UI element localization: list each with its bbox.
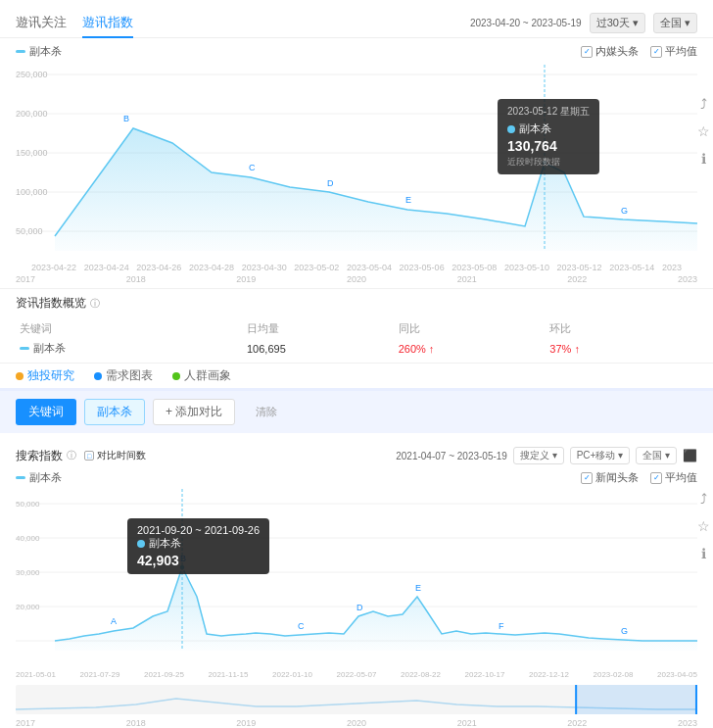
nav-tab-demand[interactable]: 需求图表	[94, 367, 153, 384]
svg-text:50,000: 50,000	[16, 226, 43, 236]
svg-point-16	[542, 160, 547, 166]
checkbox-avg2-label: 平均值	[665, 470, 697, 485]
svg-text:F: F	[499, 621, 504, 631]
col-header-keyword: 关键词	[16, 319, 243, 338]
checkbox-media2-box[interactable]: ✓	[581, 472, 593, 484]
svg-text:E: E	[405, 195, 411, 205]
svg-text:D: D	[327, 178, 334, 188]
checkbox-media2[interactable]: ✓ 新闻头条	[581, 470, 639, 485]
checkbox-compare-label: 对比时间数	[97, 449, 146, 462]
svg-text:G: G	[621, 626, 628, 636]
svg-text:D: D	[356, 603, 363, 612]
top-year-labels: 2017 2018 2019 2020 2021 2022 2023	[0, 274, 713, 288]
nav-dot-demand	[94, 372, 102, 380]
nav-dot-portrait	[172, 372, 180, 380]
top-chart-options: ✓ 内媒头条 ✓ 平均值	[581, 44, 697, 59]
bottom-chart-svg: 50,000 40,000 30,000 20,000 A B C	[16, 489, 697, 665]
svg-text:B: B	[123, 114, 129, 123]
checkbox-compare[interactable]: □ 对比时间数	[84, 449, 146, 462]
bottom-star-icon[interactable]: ☆	[693, 516, 713, 536]
bottom-side-icons: ⤴ ☆ ℹ	[693, 489, 713, 563]
svg-text:250,000: 250,000	[16, 70, 48, 79]
header-right: 2023-04-20 ~ 2023-05-19 过30天 ▾ 全国 ▾	[470, 13, 697, 33]
bottom-info-icon[interactable]: ⓘ	[67, 449, 76, 462]
top-legend-label: 副本杀	[29, 44, 62, 59]
checkbox-compare-box[interactable]: □	[84, 451, 94, 461]
stat-yoy: 260% ↑	[395, 338, 547, 359]
period-button[interactable]: 过30天 ▾	[590, 13, 645, 33]
checkbox-avg[interactable]: ✓ 平均值	[650, 44, 697, 59]
bottom-legend-item: 副本杀	[16, 470, 62, 485]
main-tabs-row: 遊讯关注 遊讯指数 2023-04-20 ~ 2023-05-19 过30天 ▾…	[0, 0, 713, 38]
bottom-date-range: 2021-04-07 ~ 2023-05-19	[396, 451, 507, 461]
svg-text:200,000: 200,000	[16, 109, 48, 119]
bottom-header: 搜索指数 ⓘ □ 对比时间数 2021-04-07 ~ 2023-05-19 搜…	[0, 439, 713, 468]
filter-fubensa-btn[interactable]: 副本杀	[84, 399, 145, 425]
svg-text:B: B	[180, 554, 186, 563]
svg-text:50,000: 50,000	[16, 500, 40, 509]
checkbox-avg2-box[interactable]: ✓	[650, 472, 662, 484]
svg-text:40,000: 40,000	[16, 534, 40, 543]
bottom-chart-title: 搜索指数 ⓘ	[16, 448, 76, 464]
bottom-header-right: 2021-04-07 ~ 2023-05-19 搜定义 ▾ PC+移动 ▾ 全国…	[396, 447, 697, 464]
filter-keyword-btn[interactable]: 关键词	[16, 399, 76, 425]
nav-tab-portrait[interactable]: 人群画象	[172, 367, 231, 384]
region-button[interactable]: 全国 ▾	[653, 13, 697, 33]
checkbox-media2-label: 新闻头条	[595, 470, 639, 485]
timeline-bar-wrapper	[0, 681, 713, 718]
top-side-icons: ⤴ ☆ ℹ	[693, 94, 713, 169]
svg-text:C: C	[298, 621, 305, 631]
region-btn2[interactable]: 全国 ▾	[636, 447, 677, 464]
stats-info-icon[interactable]: ⓘ	[90, 297, 100, 311]
tab-attention[interactable]: 遊讯关注	[16, 8, 67, 37]
checkbox-avg-label: 平均值	[665, 44, 697, 59]
bottom-x-axis: 2021-05-01 2021-07-29 2021-09-25 2021-11…	[0, 668, 713, 681]
filter-clear-btn[interactable]: 清除	[243, 400, 290, 424]
share-icon[interactable]: ⤴	[693, 94, 713, 114]
bottom-share-icon[interactable]: ⤴	[693, 489, 713, 509]
filter-section: 关键词 副本杀 + 添加对比 清除	[0, 388, 713, 433]
checkbox-media[interactable]: ✓ 内媒头条	[581, 44, 639, 59]
stat-label: 副本杀	[16, 338, 243, 359]
bottom-chart-wrapper[interactable]: 50,000 40,000 30,000 20,000 A B C	[0, 489, 713, 668]
stat-dot	[20, 347, 29, 350]
timeline-mini-svg	[16, 685, 697, 714]
bottom-section: 搜索指数 ⓘ □ 对比时间数 2021-04-07 ~ 2023-05-19 搜…	[0, 439, 713, 728]
filter-add-btn[interactable]: + 添加对比	[153, 399, 235, 425]
export-icon[interactable]: ⬛	[683, 449, 697, 462]
bottom-chart-controls: 副本杀 ✓ 新闻头条 ✓ 平均值	[0, 468, 713, 489]
stat-today: 106,695	[243, 338, 395, 359]
svg-text:150,000: 150,000	[16, 148, 48, 158]
checkbox-media-box[interactable]: ✓	[581, 46, 593, 58]
svg-text:20,000: 20,000	[16, 603, 40, 611]
checkbox-avg-box[interactable]: ✓	[650, 46, 662, 58]
table-row: 副本杀 106,695 260% ↑ 37% ↑	[16, 338, 697, 359]
checkbox-avg2[interactable]: ✓ 平均值	[650, 470, 697, 485]
col-header-qoq: 环比	[546, 319, 697, 338]
svg-rect-38	[695, 685, 697, 714]
svg-text:G: G	[621, 206, 628, 216]
custom-btn[interactable]: 搜定义 ▾	[513, 447, 564, 464]
stats-section: 资讯指数概览 ⓘ 关键词 日均量 同比 环比 副本杀	[0, 288, 713, 363]
svg-text:C: C	[249, 163, 256, 172]
stats-title: 资讯指数概览 ⓘ	[16, 295, 697, 312]
timeline-mini-chart[interactable]	[16, 685, 697, 714]
bottom-legend-label: 副本杀	[29, 470, 62, 485]
nav-dot-research	[16, 372, 24, 380]
top-chart-controls: 副本杀 ✓ 内媒头条 ✓ 平均值	[0, 38, 713, 65]
date-range-display: 2023-04-20 ~ 2023-05-19	[470, 18, 582, 28]
svg-rect-36	[577, 685, 697, 714]
bottom-info-circle-icon[interactable]: ℹ	[693, 544, 713, 563]
platform-btn[interactable]: PC+移动 ▾	[570, 447, 631, 464]
top-legend-dot	[16, 50, 25, 53]
nav-tab-research[interactable]: 独投研究	[16, 367, 74, 384]
checkbox-media-label: 内媒头条	[595, 44, 639, 59]
stats-table: 关键词 日均量 同比 环比 副本杀 106,695 26	[16, 319, 697, 359]
top-chart-svg: 250,000 200,000 150,000 100,000 50,000	[16, 65, 697, 261]
col-header-today: 日均量	[243, 319, 395, 338]
top-legend-item: 副本杀	[16, 44, 62, 59]
tab-index[interactable]: 遊讯指数	[82, 8, 133, 37]
info-circle-icon[interactable]: ℹ	[693, 149, 713, 169]
star-icon[interactable]: ☆	[693, 121, 713, 141]
top-chart-svg-container[interactable]: 250,000 200,000 150,000 100,000 50,000	[16, 65, 697, 261]
